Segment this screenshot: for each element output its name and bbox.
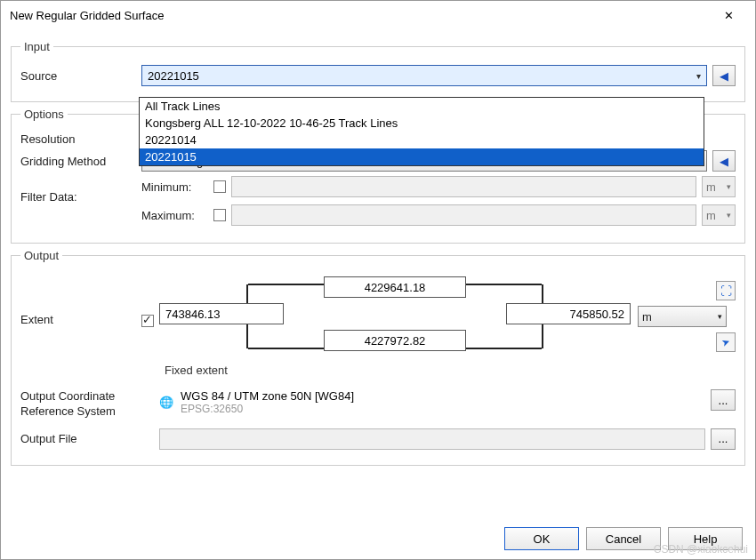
output-legend: Output [20,249,62,262]
help-button[interactable]: Help [668,527,743,550]
unit-label: m [642,310,652,324]
crs-code: EPSG:32650 [181,403,354,415]
min-input[interactable] [231,176,696,197]
crs-browse-button[interactable]: ... [711,389,736,411]
unit-label: m [706,180,716,194]
globe-icon: 🌐 [159,396,173,409]
dropdown-arrow-icon: ▾ [727,211,731,220]
extent-checkbox[interactable] [141,315,154,327]
extent-south-input[interactable]: 4227972.82 [324,330,466,351]
source-picker-button[interactable]: ◀ [712,65,736,86]
max-unit-combo[interactable]: m ▾ [702,204,736,226]
extent-label: Extent [20,274,136,326]
gridding-picker-button[interactable]: ◀ [712,150,736,172]
dropdown-arrow-icon: ▾ [718,312,722,321]
crs-label-line2: Reference System [20,404,154,420]
output-file-label: Output File [20,432,154,445]
pick-extent-button[interactable]: ➤ [716,332,736,352]
dropdown-item[interactable]: Kongsberg ALL 12-10-2022 10-46-25 Track … [140,115,704,132]
extent-north-input[interactable]: 4229641.18 [324,276,466,298]
options-legend: Options [20,108,68,121]
source-dropdown-list[interactable]: All Track Lines Kongsberg ALL 12-10-2022… [139,97,704,166]
left-triangle-icon: ◀ [720,69,728,83]
extent-unit-combo[interactable]: m ▾ [638,306,727,327]
output-group: Output Extent 4229641.18 743846.13 [11,249,745,466]
input-legend: Input [20,40,53,53]
crs-label-line1: Output Coordinate [20,389,154,404]
output-file-input[interactable] [159,428,705,450]
extent-west-input[interactable]: 743846.13 [159,303,284,324]
output-file-browse-button[interactable]: ... [711,428,736,450]
extent-diagram: 4229641.18 743846.13 745850.52 4227972.8… [159,274,631,359]
close-button[interactable]: ✕ [711,2,746,28]
ok-button[interactable]: OK [504,527,579,550]
max-input[interactable] [231,204,696,226]
crs-row: Output Coordinate Reference System 🌐 WGS… [20,389,736,420]
expand-extent-button[interactable]: ⛶ [716,281,736,300]
input-group: Input Source 20221015 ▾ ◀ [11,40,745,102]
dots-icon: ... [719,394,728,407]
min-label: Minimum: [141,180,208,194]
dropdown-item-selected[interactable]: 20221015 [140,148,704,165]
max-checkbox[interactable] [213,209,226,221]
expand-icon: ⛶ [720,284,732,298]
left-triangle-icon: ◀ [720,155,728,168]
source-value: 20221015 [148,69,199,83]
titlebar: New Regular Gridded Surface ✕ [1,1,755,29]
dropdown-arrow-icon: ▾ [696,71,701,81]
source-row: Source 20221015 ▾ ◀ [20,65,736,86]
dropdown-item[interactable]: 20221014 [140,132,704,148]
filter-label: Filter Data: [20,176,136,204]
dots-icon: ... [719,432,728,445]
fixed-extent-row: Fixed extent [20,364,736,377]
extent-east-input[interactable]: 745850.52 [506,303,631,324]
output-file-row: Output File ... [20,428,736,450]
dropdown-item[interactable]: All Track Lines [140,98,704,115]
extent-row: Extent 4229641.18 743846.13 745850.52 [20,274,736,359]
cancel-button[interactable]: Cancel [586,527,661,550]
unit-label: m [706,209,716,222]
min-checkbox[interactable] [213,180,226,193]
button-bar: OK Cancel Help [504,527,743,550]
fixed-extent-label: Fixed extent [165,364,228,377]
dropdown-arrow-icon: ▾ [727,182,731,191]
close-icon: ✕ [724,9,734,22]
window-title: New Regular Gridded Surface [10,9,711,22]
crs-name: WGS 84 / UTM zone 50N [WG84] [181,389,354,403]
filter-min-row: Filter Data: Minimum: m ▾ Maximum: [20,176,736,226]
source-combobox[interactable]: 20221015 ▾ [141,65,707,86]
min-unit-combo[interactable]: m ▾ [702,176,736,197]
dialog-window: New Regular Gridded Surface ✕ Input Sour… [0,0,756,560]
max-label: Maximum: [141,209,208,222]
gridding-label: Gridding Method [20,155,136,168]
resolution-label: Resolution [20,132,136,146]
cursor-icon: ➤ [720,335,732,348]
crs-value-block: 🌐 WGS 84 / UTM zone 50N [WG84] EPSG:3265… [159,389,705,415]
source-label: Source [20,69,136,83]
